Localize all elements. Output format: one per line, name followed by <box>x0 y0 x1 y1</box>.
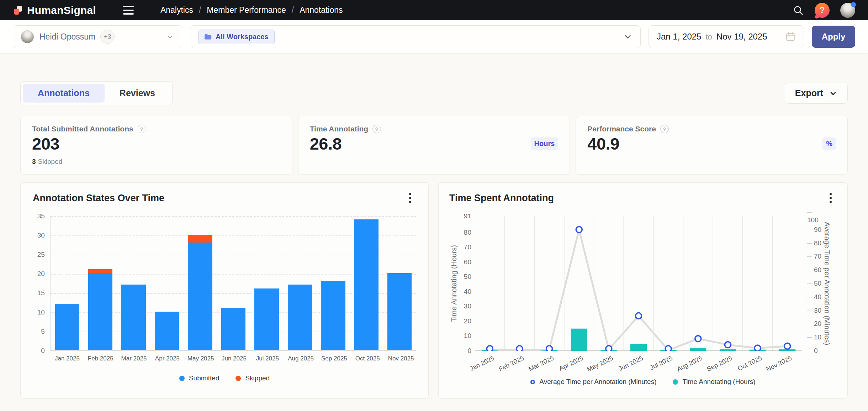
bar-group <box>184 216 217 350</box>
tab-group: Annotations Reviews <box>20 81 173 105</box>
legend-item[interactable]: Average Time per Annotation (Minutes) <box>530 378 656 386</box>
x-tick-label: Jan 2025 <box>51 355 84 362</box>
line-marker <box>546 346 552 351</box>
bar-skipped <box>188 235 212 243</box>
breadcrumb-analytics[interactable]: Analytics <box>160 5 193 15</box>
y-tick-label: 5 <box>41 328 45 335</box>
legend-item[interactable]: Time Annotating (Hours) <box>673 378 755 386</box>
unit-badge: % <box>822 137 836 150</box>
brand-logo[interactable]: HumanSignal <box>13 4 96 16</box>
y-tick-label: 80 <box>807 239 821 247</box>
x-tick-label: Oct 2025 <box>737 354 763 373</box>
stat-card-time-annotating: Time Annotating ? 26.8 Hours <box>298 116 570 175</box>
info-icon[interactable]: ? <box>138 125 146 133</box>
x-tick-label: Apr 2025 <box>558 354 585 373</box>
line-marker <box>755 345 761 351</box>
x-tick-label: Sep 2025 <box>705 354 733 373</box>
kebab-menu-icon[interactable] <box>825 192 837 204</box>
user-avatar[interactable] <box>840 3 855 18</box>
x-tick-label: Jun 2025 <box>217 355 251 362</box>
y-tick-label: 0 <box>467 347 471 355</box>
stat-value: 26.8 <box>310 134 342 154</box>
date-range-input[interactable]: Jan 1, 2025 to Nov 19, 2025 <box>649 25 804 48</box>
bar-skipped <box>88 269 112 273</box>
stat-value: 40.9 <box>587 134 619 154</box>
bar-submitted <box>188 243 212 350</box>
bar-group <box>117 216 150 350</box>
apply-button[interactable]: Apply <box>812 26 855 48</box>
y-tick-label: 70 <box>464 243 471 251</box>
export-button[interactable]: Export <box>785 83 848 104</box>
member-extra-count-badge: +3 <box>100 30 115 44</box>
y-tick-label: 60 <box>807 266 821 274</box>
stat-value: 203 <box>32 134 59 154</box>
bar-submitted <box>121 285 145 350</box>
bar-submitted <box>387 273 412 350</box>
navbar-divider <box>149 0 149 20</box>
line-marker <box>487 346 493 351</box>
legend-label: Average Time per Annotation (Minutes) <box>539 378 656 386</box>
bar-submitted <box>288 285 312 350</box>
info-icon[interactable]: ? <box>372 125 381 133</box>
breadcrumb-separator: / <box>199 5 201 15</box>
bar-group <box>217 216 250 350</box>
help-icon[interactable]: ? <box>815 3 830 18</box>
legend-swatch <box>235 376 241 381</box>
date-to: Nov 19, 2025 <box>716 32 767 42</box>
y-tick-label: 80 <box>464 229 471 236</box>
stat-label: Total Submitted Annotations <box>32 125 133 133</box>
chart-legend: Average Time per Annotation (Minutes)Tim… <box>449 378 837 386</box>
legend-item[interactable]: Skipped <box>235 374 270 382</box>
x-axis-labels: Jan 2025Feb 2025Mar 2025Apr 2025May 2025… <box>51 355 418 362</box>
humansignal-logo-icon <box>13 5 23 16</box>
stat-footnote: 3Skipped <box>32 158 281 166</box>
calendar-icon[interactable] <box>785 31 796 42</box>
workspace-chip-label: All Workspaces <box>216 33 269 41</box>
breadcrumb-annotations: Annotations <box>300 5 343 15</box>
hamburger-menu-icon[interactable] <box>123 3 139 17</box>
bar-submitted <box>321 281 345 350</box>
bar-submitted <box>254 288 279 350</box>
tab-reviews[interactable]: Reviews <box>105 84 170 103</box>
date-from: Jan 1, 2025 <box>657 32 701 42</box>
y-tick-label: 40 <box>807 293 821 301</box>
workspace-chip[interactable]: All Workspaces <box>198 30 275 44</box>
bar-submitted <box>88 273 112 350</box>
bar-group <box>84 216 117 350</box>
bar-hours <box>630 344 647 351</box>
bar-chart-plot <box>50 216 416 351</box>
kebab-menu-icon[interactable] <box>404 192 416 204</box>
chevron-down-icon <box>829 89 837 98</box>
breadcrumb-member-performance[interactable]: Member Performance <box>207 5 286 15</box>
member-select[interactable]: Heidi Opossum +3 <box>13 25 182 48</box>
y-tick-label: 40 <box>464 288 471 296</box>
bar-group <box>317 216 350 350</box>
folder-icon <box>204 33 212 40</box>
search-icon[interactable] <box>793 5 804 16</box>
info-icon[interactable]: ? <box>660 125 669 133</box>
chart-title: Time Spent Annotating <box>449 193 554 204</box>
chart-annotation-states: Annotation States Over Time 051015202530… <box>20 182 429 399</box>
y-tick-label: 60 <box>464 258 471 266</box>
line-marker <box>517 346 523 351</box>
filter-bar: Heidi Opossum +3 All Workspaces Jan 1, 2… <box>0 20 868 53</box>
legend-label: Skipped <box>245 374 270 382</box>
x-tick-label: Apr 2025 <box>150 355 184 362</box>
workspace-select[interactable]: All Workspaces <box>190 25 641 48</box>
x-tick-label: Sep 2025 <box>318 355 351 362</box>
y-tick-label: 20 <box>37 270 45 278</box>
legend-item[interactable]: Submitted <box>179 374 219 382</box>
y-axis-labels: 05101520253035 <box>33 216 50 351</box>
tab-annotations[interactable]: Annotations <box>23 84 105 103</box>
x-tick-label: May 2025 <box>586 354 614 374</box>
y-tick-label: 10 <box>464 332 471 340</box>
y-tick-label: 100 <box>807 208 822 224</box>
y-tick-label: 20 <box>464 317 471 325</box>
bar-group <box>350 216 383 350</box>
top-navbar: HumanSignal Analytics / Member Performan… <box>0 0 868 20</box>
line-marker <box>695 335 701 342</box>
bar-group <box>150 216 183 350</box>
y-tick-label: 25 <box>37 251 45 259</box>
stat-card-total-submitted: Total Submitted Annotations ? 203 3Skipp… <box>20 116 292 175</box>
x-tick-label: May 2025 <box>184 355 217 362</box>
